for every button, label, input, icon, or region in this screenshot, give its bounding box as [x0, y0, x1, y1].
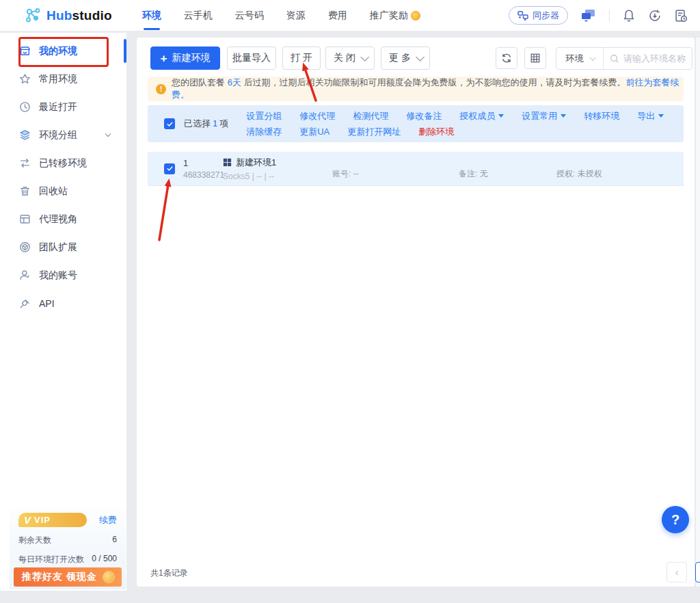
- caret-down-icon: [561, 114, 566, 118]
- batch-import-button[interactable]: 批量导入: [227, 46, 276, 70]
- environment-grid-icon: [223, 158, 232, 167]
- column-settings-button[interactable]: [524, 47, 546, 69]
- action-delete-environment[interactable]: 删除环境: [418, 126, 454, 138]
- sidebar-item-label: 团队扩展: [39, 241, 77, 254]
- nav-tab-promotion[interactable]: 推广奖励: [370, 10, 420, 22]
- row-index: 1: [183, 158, 223, 168]
- open-label: 打 开: [291, 52, 312, 64]
- trash-icon: [19, 185, 31, 197]
- refresh-button[interactable]: [496, 47, 517, 69]
- remark-info: 备注: 无: [459, 168, 556, 180]
- sidebar-item-api[interactable]: API: [0, 289, 126, 317]
- nav-tab-resources[interactable]: 资源: [286, 10, 306, 22]
- renew-link[interactable]: 续费: [99, 514, 117, 526]
- check-icon: [166, 165, 174, 172]
- pagination-page-button[interactable]: [695, 562, 700, 582]
- selection-action-bar: 已选择1项 设置分组 修改代理 检测代理 修改备注 授权成员 设置常用 转移环境…: [148, 105, 684, 142]
- nav-tab-cloud-phone[interactable]: 云手机: [184, 10, 213, 22]
- warning-icon: !: [156, 84, 166, 94]
- action-modify-proxy[interactable]: 修改代理: [299, 110, 335, 122]
- selected-count: 已选择1项: [184, 118, 228, 130]
- sidebar-item-favorite-environments[interactable]: 常用环境: [0, 65, 126, 93]
- more-dropdown-button[interactable]: 更 多: [381, 46, 430, 70]
- window-manager-icon[interactable]: [580, 8, 597, 23]
- sidebar-item-recently-opened[interactable]: 最近打开: [0, 93, 126, 121]
- sidebar-item-transferred-environments[interactable]: 已转移环境: [0, 149, 126, 177]
- check-icon: [166, 120, 174, 128]
- row-index-cell: 1 468338271: [183, 158, 223, 180]
- new-environment-label: 新建环境: [172, 52, 210, 64]
- action-edit-remark[interactable]: 修改备注: [406, 110, 442, 122]
- sidebar-item-label: 回收站: [39, 185, 68, 198]
- plus-icon: +: [161, 53, 167, 64]
- proxy-info: Socks5 | -- | --: [223, 172, 332, 181]
- api-plug-icon: [19, 297, 31, 309]
- sidebar-item-environment-groups[interactable]: 环境分组: [0, 121, 126, 149]
- open-button[interactable]: 打 开: [282, 46, 321, 70]
- sidebar-item-team-expansion[interactable]: 团队扩展: [0, 233, 126, 261]
- action-authorize-members[interactable]: 授权成员: [459, 110, 504, 122]
- referral-banner-label: 推荐好友 领现金: [22, 571, 97, 583]
- caret-down-icon: [498, 114, 504, 118]
- nav-tab-billing[interactable]: 费用: [328, 10, 347, 22]
- logo-text: Hubstudio: [46, 8, 112, 23]
- action-set-group[interactable]: 设置分组: [246, 110, 282, 122]
- more-label: 更 多: [389, 52, 411, 64]
- layers-icon: [19, 129, 31, 141]
- transfer-arrows-icon: [19, 157, 31, 169]
- row-checkbox[interactable]: [164, 163, 175, 174]
- help-button[interactable]: ?: [662, 506, 689, 533]
- search-type-value: 环境: [566, 53, 584, 65]
- refresh-icon: [501, 53, 512, 64]
- new-environment-button[interactable]: + 新建环境: [150, 46, 220, 70]
- logs-document-icon[interactable]: [674, 9, 688, 23]
- grid-icon: [530, 53, 541, 64]
- remaining-days-row: 剩余天数 6: [18, 535, 117, 546]
- select-all-checkbox[interactable]: [164, 118, 175, 129]
- sidebar-item-label: 我的环境: [39, 45, 77, 57]
- sidebar-item-my-account[interactable]: 我的账号: [0, 261, 126, 289]
- coin-icon: [103, 571, 115, 583]
- sidebar-item-recycle-bin[interactable]: 回收站: [0, 177, 126, 205]
- action-check-proxy[interactable]: 检测代理: [353, 110, 388, 122]
- notifications-bell-icon[interactable]: [622, 9, 636, 23]
- pagination-prev-button[interactable]: ‹: [667, 562, 687, 582]
- chevron-down-icon: [360, 53, 369, 62]
- chevron-left-icon: ‹: [675, 567, 679, 578]
- action-clear-cache[interactable]: 清除缓存: [246, 126, 282, 138]
- update-sync-icon[interactable]: [648, 9, 662, 23]
- action-update-open-url[interactable]: 更新打开网址: [347, 126, 401, 138]
- vip-badge: V VIP: [18, 513, 87, 527]
- remaining-days-label: 剩余天数: [18, 535, 51, 546]
- environment-name: 新建环境1: [236, 157, 276, 169]
- search-type-select[interactable]: 环境: [556, 48, 604, 69]
- plan-expiry-alert: ! 您的团队套餐 6天 后过期，过期后相关功能限制和可用额度会降为免费版，为不影…: [148, 77, 684, 101]
- nav-tab-environment[interactable]: 环境: [142, 10, 161, 22]
- star-icon: [19, 73, 31, 85]
- caret-down-icon: [658, 114, 664, 118]
- action-update-ua[interactable]: 更新UA: [299, 126, 329, 138]
- sidebar-item-label: 常用环境: [39, 73, 77, 85]
- vip-label: VIP: [34, 515, 51, 525]
- total-records: 共1条记录: [150, 567, 188, 579]
- environment-row[interactable]: 1 468338271 新建环境1 Socks5 | -- | -- 账号: -…: [148, 152, 684, 186]
- sidebar-item-label: 环境分组: [39, 129, 77, 142]
- environment-search-input[interactable]: [623, 53, 692, 64]
- vip-v-mark: V: [24, 514, 31, 526]
- referral-banner[interactable]: 推荐好友 领现金: [14, 567, 122, 587]
- question-mark-icon: ?: [671, 512, 679, 528]
- sidebar-item-label: 已转移环境: [39, 157, 87, 170]
- action-transfer-environment[interactable]: 转移环境: [584, 110, 619, 122]
- synchronizer-icon: [517, 11, 528, 21]
- hubstudio-logo[interactable]: Hubstudio: [25, 7, 112, 25]
- sidebar-item-my-environments[interactable]: 我的环境: [0, 37, 126, 65]
- close-dropdown-button[interactable]: 关 闭: [325, 46, 375, 70]
- nav-tab-cloud-number[interactable]: 云号码: [235, 10, 264, 22]
- synchronizer-button[interactable]: 同步器: [509, 6, 568, 25]
- action-export[interactable]: 导出: [637, 110, 664, 122]
- action-set-favorite[interactable]: 设置常用: [522, 110, 566, 122]
- top-header: Hubstudio 环境 云手机 云号码 资源 费用 推广奖励 同步器: [0, 0, 700, 31]
- environment-id: 468338271: [183, 170, 223, 180]
- sidebar-item-proxy-view[interactable]: 代理视角: [0, 205, 126, 233]
- header-divider: [609, 10, 610, 22]
